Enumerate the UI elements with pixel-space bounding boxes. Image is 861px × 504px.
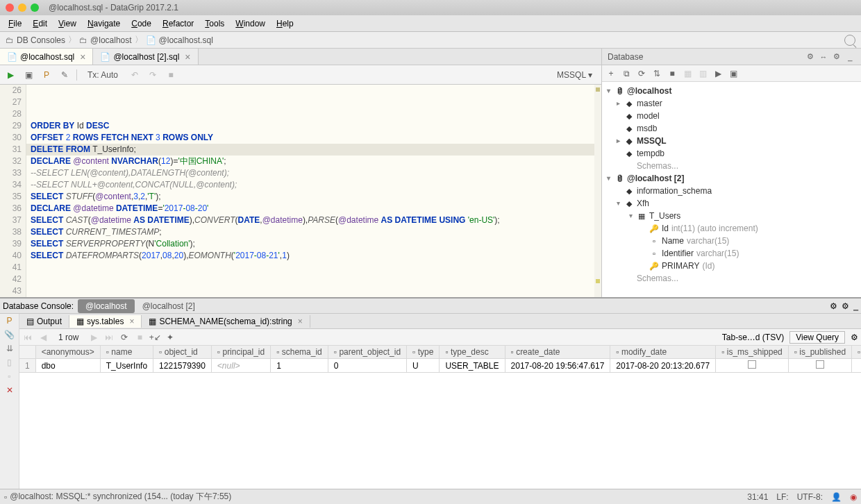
result-tab-systables[interactable]: ▦sys.tables× [69,315,142,328]
panel-gear-icon[interactable]: ⚙ [842,301,849,311]
cell-object-id[interactable]: 1221579390 [153,359,212,373]
col-schema-id[interactable]: ▫ schema_id [271,346,328,359]
col-is-schem[interactable]: ▫ is_schem [852,346,861,359]
stop-icon[interactable]: ■ [666,67,678,80]
tab-localhost-sql[interactable]: 📄 @localhost.sql × [0,49,93,65]
run-icon[interactable]: ▶ [4,69,17,81]
tree-schema-xfh[interactable]: ▾◆Xfh [602,197,861,210]
cell-type[interactable]: U [407,359,440,373]
col-object-id[interactable]: ▫ object_id [153,346,212,359]
menu-view[interactable]: View [53,17,82,31]
marker-icon[interactable] [596,87,600,92]
panel-collapse-icon[interactable]: ↔ [818,51,829,62]
tree-db-mssql[interactable]: ▸◆MSSQL [602,135,861,147]
cell-create-date[interactable]: 2017-08-20 19:56:47.617 [505,359,610,373]
cell-parent-object-id[interactable]: 0 [328,359,406,373]
panel-settings-icon[interactable]: ⚙ [830,301,837,311]
stop-icon[interactable]: ■ [165,69,177,81]
redo-icon[interactable]: ↷ [147,69,159,81]
cell-anonymous[interactable]: dbo [35,359,100,373]
menu-refactor[interactable]: Refactor [157,17,199,31]
reload-icon[interactable]: ⟳ [119,332,130,343]
add-row-icon[interactable]: +↙ [149,332,160,343]
tree-datasource-localhost[interactable]: ▾🛢@localhost [602,85,861,97]
tree-column-identifier[interactable]: ▫Identifier varchar(15) [602,247,861,260]
search-icon[interactable] [844,35,855,46]
menu-help[interactable]: Help [271,17,299,31]
undo-icon[interactable]: ↶ [128,69,141,81]
duplicate-icon[interactable]: ⧉ [620,67,633,80]
breadcrumb-file[interactable]: @localhost.sql [159,35,213,45]
tree-db-tempdb[interactable]: ◆tempdb [602,147,861,160]
notification-icon[interactable]: ◉ [850,492,857,502]
tree-schemas-link[interactable]: Schemas... [602,160,861,172]
grid-data-row[interactable]: 1 dbo T_UserInfo 1221579390 <null> 1 0 U… [19,359,861,373]
console-tab-localhost[interactable]: @localhost [78,299,135,313]
cell-name[interactable]: T_UserInfo [100,359,153,373]
explain-plan-icon[interactable]: ▣ [22,69,35,81]
code-editor[interactable]: 2627282930313233343536373839404142434445… [0,85,601,297]
maximize-window-icon[interactable] [31,3,39,12]
remove-row-icon[interactable]: ✦ [165,332,176,343]
cell-principal-id[interactable]: <null> [211,359,270,373]
col-principal-id[interactable]: ▫ principal_id [211,346,270,359]
export-format-dropdown[interactable]: Tab-se…d (TSV) [722,333,784,342]
more-icon[interactable]: ▣ [727,67,739,80]
col-parent-object-id[interactable]: ▫ parent_object_id [328,346,406,359]
col-create-date[interactable]: ▫ create_date [505,346,610,359]
tree-column-name[interactable]: ▫Name varchar(15) [602,235,861,247]
col-is-ms-shipped[interactable]: ▫ is_ms_shipped [716,346,789,359]
menu-navigate[interactable]: Navigate [82,17,126,31]
menu-window[interactable]: Window [230,17,271,31]
minimize-window-icon[interactable] [18,3,26,12]
marker-icon[interactable] [596,279,600,283]
tx-mode-dropdown[interactable]: Tx: Auto [83,68,123,82]
col-type[interactable]: ▫ type [407,346,440,359]
code-area[interactable]: ORDER BY Id DESCOFFSET 2 ROWS FETCH NEXT… [26,85,594,297]
tree-datasource-localhost2[interactable]: ▾🛢@localhost [2] [602,172,861,185]
breadcrumb-localhost[interactable]: @localhost [90,35,132,45]
pin-icon[interactable]: 📎 [4,329,15,340]
settings-icon[interactable]: ⚙ [851,333,858,342]
cell-is-published[interactable] [788,359,851,373]
cell-is-schem[interactable] [852,359,861,373]
view-query-button[interactable]: View Query [789,331,845,344]
sync-icon[interactable]: ⇅ [651,67,663,80]
console-icon[interactable]: ▶ [712,67,724,80]
tab-localhost2-sql[interactable]: 📄 @localhost [2].sql × [93,49,198,65]
col-is-published[interactable]: ▫ is_published [788,346,851,359]
tree-table-tusers[interactable]: ▾▦T_Users [602,210,861,222]
panel-hide-icon[interactable]: ⎯ [853,301,858,311]
menu-code[interactable]: Code [126,17,157,31]
console-tab-localhost2[interactable]: @localhost [2] [135,299,203,313]
inspection-icon[interactable]: 👤 [831,492,842,502]
close-tab-icon[interactable]: × [80,51,85,62]
tree-db-model[interactable]: ◆model [602,110,861,122]
close-tab-icon[interactable]: × [185,51,190,62]
tree-db-master[interactable]: ▸◆master [602,97,861,110]
menu-file[interactable]: File [3,17,27,31]
tree-key-primary[interactable]: 🔑PRIMARY (Id) [602,260,861,272]
cell-type-desc[interactable]: USER_TABLE [440,359,505,373]
refresh-icon[interactable]: ⟳ [635,67,648,80]
checkbox-icon[interactable] [748,360,756,369]
result-tab-output[interactable]: ▤Output [19,315,69,328]
add-datasource-icon[interactable]: + [605,67,617,80]
result-tab-schema[interactable]: ▦SCHEMA_NAME(schema_id):string× [142,315,310,328]
caret-position[interactable]: 31:41 [747,492,768,502]
param-icon[interactable]: P [4,315,15,326]
col-name[interactable]: ▫ name [100,346,153,359]
param-icon[interactable]: P [40,69,53,81]
result-grid[interactable]: <anonymous> ▫ name ▫ object_id ▫ princip… [19,346,861,489]
dialect-dropdown[interactable]: MSSQL ▾ [552,68,597,82]
error-stripe[interactable] [594,85,601,297]
tree-schema-information[interactable]: ◆information_schema [602,185,861,197]
close-tab-icon[interactable]: × [129,317,134,326]
menu-edit[interactable]: Edit [27,17,53,31]
panel-hide-icon[interactable]: ⎯ [844,51,855,62]
tree-db-msdb[interactable]: ◆msdb [602,122,861,135]
panel-settings-icon[interactable]: ⚙ [805,51,816,62]
settings-icon[interactable]: ✎ [58,69,71,81]
close-window-icon[interactable] [6,3,14,12]
database-tree[interactable]: ▾🛢@localhost ▸◆master ◆model ◆msdb ▸◆MSS… [602,82,861,297]
